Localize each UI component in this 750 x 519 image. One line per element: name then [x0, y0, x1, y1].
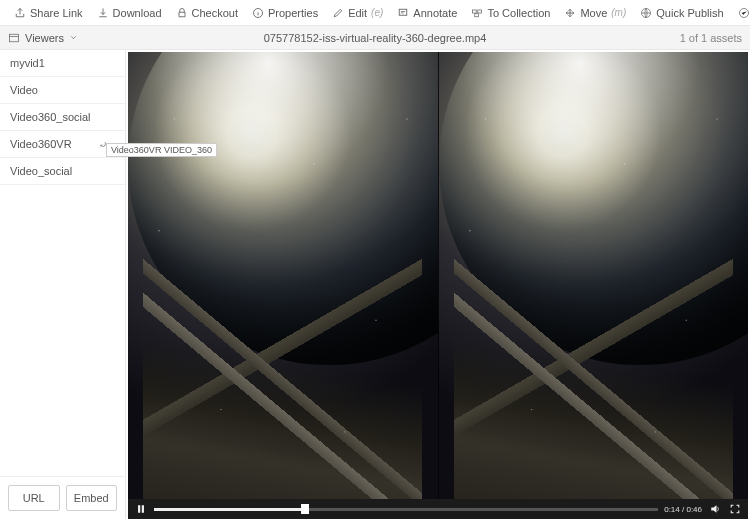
viewers-icon	[8, 32, 20, 44]
pencil-icon	[332, 7, 344, 19]
annotate-button[interactable]: Annotate	[391, 4, 463, 22]
checkout-button[interactable]: Checkout	[170, 4, 244, 22]
viewer-preset-list: myvid1 Video Video360_social Video360VR …	[0, 50, 125, 476]
volume-button[interactable]	[708, 502, 722, 516]
svg-rect-2	[473, 10, 477, 13]
sidebar-item-myvid1[interactable]: myvid1	[0, 50, 125, 77]
progress-fill	[154, 508, 305, 511]
video-canvas[interactable]	[128, 52, 748, 499]
svg-rect-1	[400, 9, 408, 15]
svg-rect-3	[478, 10, 482, 13]
move-shortcut: (m)	[611, 7, 626, 18]
edit-label: Edit	[348, 7, 367, 19]
info-icon	[252, 7, 264, 19]
svg-rect-4	[475, 13, 479, 16]
svg-rect-11	[138, 505, 140, 513]
globe-icon	[640, 7, 652, 19]
viewers-dropdown[interactable]: Viewers	[8, 32, 78, 44]
stereo-right-eye	[438, 52, 749, 499]
collection-icon	[471, 7, 483, 19]
checkout-label: Checkout	[192, 7, 238, 19]
svg-rect-12	[142, 505, 144, 513]
edit-shortcut: (e)	[371, 7, 383, 18]
download-label: Download	[113, 7, 162, 19]
time-display: 0:14 / 0:46	[664, 505, 702, 514]
move-label: Move	[580, 7, 607, 19]
calendar-globe-icon	[738, 7, 750, 19]
share-icon	[14, 7, 26, 19]
chevron-down-icon	[69, 33, 78, 42]
move-icon	[564, 7, 576, 19]
url-button[interactable]: URL	[8, 485, 60, 511]
sidebar-item-video[interactable]: Video	[0, 77, 125, 104]
quick-publish-label: Quick Publish	[656, 7, 723, 19]
viewers-label: Viewers	[25, 32, 64, 44]
edit-button[interactable]: Edit (e)	[326, 4, 389, 22]
pause-button[interactable]	[134, 502, 148, 516]
video-controls: 0:14 / 0:46	[128, 499, 748, 519]
annotate-label: Annotate	[413, 7, 457, 19]
move-button[interactable]: Move (m)	[558, 4, 632, 22]
asset-filename: 075778152-iss-virtual-reality-360-degree…	[264, 32, 487, 44]
svg-rect-10	[10, 34, 19, 42]
fullscreen-icon	[729, 503, 741, 515]
sidebar-item-video360-social[interactable]: Video360_social	[0, 104, 125, 131]
sidebar-item-label: Video	[10, 84, 38, 96]
sidebar-footer: URL Embed	[0, 476, 125, 519]
url-button-label: URL	[23, 492, 45, 504]
manage-publication-button[interactable]: Manage Publication	[732, 4, 750, 22]
pause-icon	[135, 503, 147, 515]
download-button[interactable]: Download	[91, 4, 168, 22]
viewer-tooltip: Video360VR VIDEO_360	[106, 143, 217, 157]
viewer-sidebar: myvid1 Video Video360_social Video360VR …	[0, 50, 126, 519]
embed-button-label: Embed	[74, 492, 109, 504]
share-link-button[interactable]: Share Link	[8, 4, 89, 22]
fullscreen-button[interactable]	[728, 502, 742, 516]
to-collection-label: To Collection	[487, 7, 550, 19]
quick-publish-button[interactable]: Quick Publish	[634, 4, 729, 22]
download-icon	[97, 7, 109, 19]
progress-thumb[interactable]	[301, 504, 309, 514]
video-viewer: 0:14 / 0:46	[126, 50, 750, 519]
embed-button[interactable]: Embed	[66, 485, 118, 511]
sidebar-item-label: Video_social	[10, 165, 72, 177]
sidebar-item-video-social[interactable]: Video_social	[0, 158, 125, 185]
properties-button[interactable]: Properties	[246, 4, 324, 22]
share-label: Share Link	[30, 7, 83, 19]
lock-icon	[176, 7, 188, 19]
sub-toolbar: Viewers 075778152-iss-virtual-reality-36…	[0, 26, 750, 50]
properties-label: Properties	[268, 7, 318, 19]
annotate-icon	[397, 7, 409, 19]
sidebar-item-label: Video360VR	[10, 138, 72, 150]
volume-icon	[709, 503, 721, 515]
asset-count: 1 of 1 assets	[680, 32, 742, 44]
sidebar-item-label: myvid1	[10, 57, 45, 69]
progress-bar[interactable]	[154, 508, 658, 511]
top-toolbar: Share Link Download Checkout Properties …	[0, 0, 750, 26]
stereo-left-eye	[128, 52, 438, 499]
sidebar-item-label: Video360_social	[10, 111, 91, 123]
to-collection-button[interactable]: To Collection	[465, 4, 556, 22]
